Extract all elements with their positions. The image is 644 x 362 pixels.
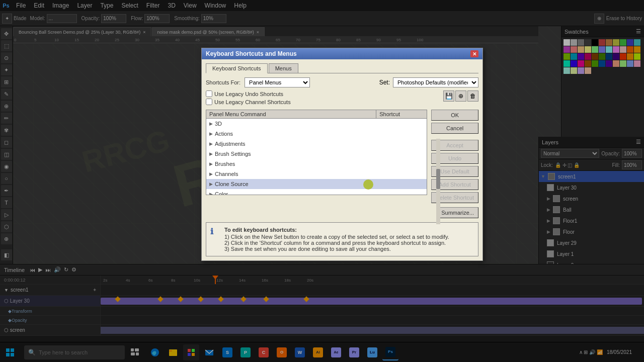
keyboard-shortcuts-dialog: Keyboard Shortcuts and Menus ✕ Keyboard … xyxy=(201,48,483,261)
legacy-undo-label: Use Legacy Undo Shortcuts xyxy=(214,91,283,97)
delete-set-btn[interactable]: 🗑 xyxy=(467,90,478,102)
set-dropdown[interactable]: Photoshop Defaults (modified) xyxy=(393,77,478,87)
dialog-tab-bar: Keyboard Shortcuts Menus xyxy=(206,63,478,73)
dialog-body: Keyboard Shortcuts Menus Shortcuts For: … xyxy=(202,59,482,260)
cmd-actions[interactable]: ▶ Actions xyxy=(206,129,427,139)
tab-menus[interactable]: Menus xyxy=(269,63,298,73)
ok-button[interactable]: OK xyxy=(431,110,478,121)
info-text-1: To edit keyboard shortcuts: xyxy=(224,227,449,233)
cmd-clone-source[interactable]: ▶ Clone Source xyxy=(206,179,427,189)
dialog-close-button[interactable]: ✕ xyxy=(470,50,478,57)
new-set-btn[interactable]: 💾 xyxy=(443,90,454,102)
dialog-content: Panel Menu Command Shortcut ▶ 3D ▶ Actio… xyxy=(206,110,478,218)
summarize-button[interactable]: Summarize... xyxy=(437,207,478,218)
info-text-4: 3) Save the set when you are done editin… xyxy=(224,246,449,252)
cmd-brush-settings[interactable]: ▶ Brush Settings xyxy=(206,149,427,159)
command-list: Panel Menu Command Shortcut ▶ 3D ▶ Actio… xyxy=(206,110,427,195)
shortcuts-for-dropdown[interactable]: Panel Menus Application Menus Tools xyxy=(245,77,310,87)
command-list-container: Panel Menu Command Shortcut ▶ 3D ▶ Actio… xyxy=(206,110,427,218)
duplicate-set-btn[interactable]: ⊕ xyxy=(455,90,466,102)
legacy-channel-label: Use Legacy Channel Shortcuts xyxy=(214,99,291,105)
info-text-3: 2) Click in the 'Shortcut' column for a … xyxy=(224,240,449,246)
set-label: Set: xyxy=(379,79,390,86)
tab-keyboard-shortcuts[interactable]: Keyboard Shortcuts xyxy=(206,63,268,73)
dialog-titlebar: Keyboard Shortcuts and Menus ✕ xyxy=(202,48,482,59)
scrollbar-thumb[interactable] xyxy=(436,169,440,189)
cmd-brushes[interactable]: ▶ Brushes xyxy=(206,159,427,169)
hover-indicator xyxy=(363,179,373,190)
cmd-channels[interactable]: ▶ Channels xyxy=(206,169,427,179)
command-list-header: Panel Menu Command Shortcut xyxy=(206,110,427,119)
info-text-2: 1) Click on the New Set button to create… xyxy=(224,234,449,240)
shortcuts-for-label: Shortcuts For: xyxy=(206,79,240,85)
info-text: To edit keyboard shortcuts: 1) Click on … xyxy=(224,227,449,252)
cmd-color[interactable]: ▶ Color xyxy=(206,189,427,195)
info-area: ℹ To edit keyboard shortcuts: 1) Click o… xyxy=(206,222,478,256)
list-scrollbar[interactable] xyxy=(436,139,440,224)
col-shortcut: Shortcut xyxy=(376,110,427,118)
dialog-title: Keyboard Shortcuts and Menus xyxy=(206,50,297,57)
cmd-adjustments[interactable]: ▶ Adjustments xyxy=(206,139,427,149)
legacy-undo-checkbox[interactable] xyxy=(206,90,212,97)
legacy-channel-checkbox[interactable] xyxy=(206,99,212,105)
cancel-button[interactable]: Cancel xyxy=(431,123,478,134)
info-icon: ℹ xyxy=(210,227,220,252)
cmd-3d[interactable]: ▶ 3D xyxy=(206,119,427,129)
col-command: Panel Menu Command xyxy=(206,110,376,118)
